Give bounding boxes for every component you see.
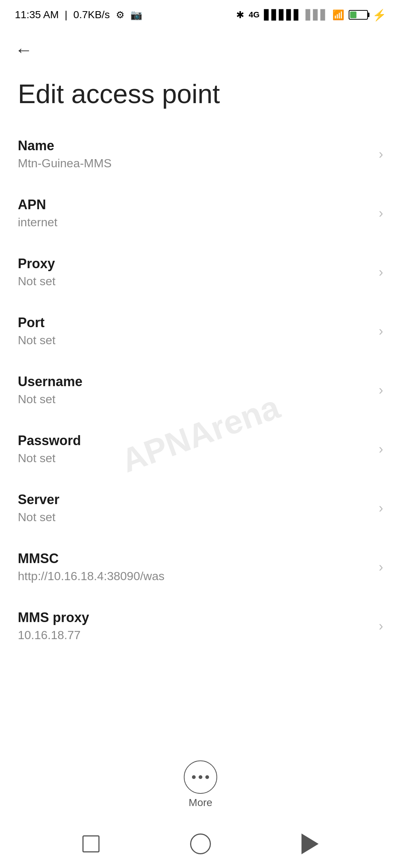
battery-tip (368, 13, 369, 17)
status-bar: 11:35 AM | 0.7KB/s ⚙ 📷 ✱ 4G ▋▋▋▋▋ ▋▋▋ 📶 … (0, 0, 401, 30)
settings-label-mmsc: MMSC (18, 551, 164, 566)
page-title: Edit access point (0, 70, 401, 125)
settings-item-name[interactable]: Name Mtn-Guinea-MMS › (0, 125, 401, 184)
settings-item-proxy[interactable]: Proxy Not set › (0, 243, 401, 302)
settings-icon: ⚙ (116, 9, 124, 21)
charging-icon: ⚡ (372, 9, 386, 22)
nav-bar (0, 820, 401, 868)
data-speed: 0.7KB/s (74, 9, 110, 21)
settings-item-port[interactable]: Port Not set › (0, 302, 401, 361)
nav-recents-button[interactable] (82, 835, 100, 852)
nav-back-button[interactable] (301, 834, 319, 854)
chevron-username: › (379, 382, 383, 398)
settings-item-username[interactable]: Username Not set › (0, 361, 401, 420)
top-nav: ← (0, 30, 401, 70)
settings-label-proxy: Proxy (18, 256, 55, 272)
settings-value-mmsc: http://10.16.18.4:38090/was (18, 569, 164, 583)
more-circle-icon (184, 760, 217, 794)
settings-item-mms-proxy-content: MMS proxy 10.16.18.77 (18, 610, 89, 642)
more-label: More (189, 797, 212, 809)
settings-item-server[interactable]: Server Not set › (0, 479, 401, 537)
settings-item-mmsc[interactable]: MMSC http://10.16.18.4:38090/was › (0, 537, 401, 596)
settings-item-apn[interactable]: APN internet › (0, 184, 401, 243)
wifi-icon: 📶 (332, 9, 344, 21)
settings-item-proxy-content: Proxy Not set (18, 256, 55, 288)
settings-label-name: Name (18, 138, 112, 154)
chevron-apn: › (379, 206, 383, 221)
chevron-mmsc: › (379, 559, 383, 575)
dot-1 (192, 775, 196, 779)
settings-value-username: Not set (18, 392, 82, 406)
settings-label-mms-proxy: MMS proxy (18, 610, 89, 625)
settings-value-server: Not set (18, 510, 59, 524)
settings-item-password[interactable]: Password Not set › (0, 420, 401, 479)
settings-item-name-content: Name Mtn-Guinea-MMS (18, 138, 112, 170)
back-button[interactable]: ← (15, 41, 33, 59)
camera-icon: 📷 (130, 9, 142, 21)
battery-fill (350, 11, 356, 18)
chevron-name: › (379, 147, 383, 162)
bluetooth-icon: ✱ (236, 9, 244, 21)
recents-icon (82, 835, 100, 852)
dot-3 (205, 775, 209, 779)
chevron-port: › (379, 323, 383, 339)
settings-item-port-content: Port Not set (18, 315, 55, 347)
time-display: 11:35 AM (15, 9, 59, 21)
status-left: 11:35 AM | 0.7KB/s ⚙ 📷 (15, 9, 142, 21)
settings-value-password: Not set (18, 451, 81, 465)
settings-item-mms-proxy[interactable]: MMS proxy 10.16.18.77 › (0, 596, 401, 655)
more-dots-icon (192, 775, 209, 779)
signal-bars-icon: ▋▋▋▋▋ (264, 9, 301, 21)
settings-item-apn-content: APN internet (18, 197, 58, 229)
settings-item-username-content: Username Not set (18, 374, 82, 406)
settings-label-server: Server (18, 492, 59, 507)
settings-item-mmsc-content: MMSC http://10.16.18.4:38090/was (18, 551, 164, 583)
more-section[interactable]: More (184, 760, 217, 809)
settings-label-port: Port (18, 315, 55, 331)
settings-label-password: Password (18, 433, 81, 448)
dot-2 (199, 775, 202, 779)
settings-item-password-content: Password Not set (18, 433, 81, 465)
settings-item-server-content: Server Not set (18, 492, 59, 524)
settings-label-username: Username (18, 374, 82, 389)
status-right: ✱ 4G ▋▋▋▋▋ ▋▋▋ 📶 ⚡ (236, 9, 386, 22)
signal-4g-icon: 4G (249, 10, 260, 20)
settings-value-proxy: Not set (18, 274, 55, 288)
settings-value-port: Not set (18, 333, 55, 347)
chevron-proxy: › (379, 264, 383, 280)
nav-home-button[interactable] (190, 834, 211, 854)
settings-list: Name Mtn-Guinea-MMS › APN internet › Pro… (0, 125, 401, 655)
settings-value-name: Mtn-Guinea-MMS (18, 157, 112, 170)
back-icon (301, 834, 319, 854)
speed-display: | (65, 9, 67, 21)
settings-value-mms-proxy: 10.16.18.77 (18, 628, 89, 642)
home-icon (190, 834, 211, 854)
settings-label-apn: APN (18, 197, 58, 213)
signal-bars2-icon: ▋▋▋ (306, 9, 328, 21)
chevron-server: › (379, 500, 383, 516)
battery-indicator (349, 10, 368, 20)
chevron-mms-proxy: › (379, 618, 383, 634)
settings-value-apn: internet (18, 216, 58, 229)
chevron-password: › (379, 441, 383, 457)
